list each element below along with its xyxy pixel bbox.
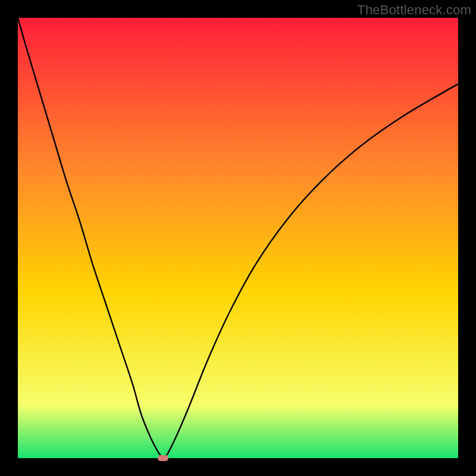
watermark-text: TheBottleneck.com [357, 2, 471, 18]
optimum-marker [158, 455, 168, 461]
chart-frame [18, 18, 458, 458]
chart-canvas [18, 18, 458, 458]
gradient-background [18, 18, 458, 458]
